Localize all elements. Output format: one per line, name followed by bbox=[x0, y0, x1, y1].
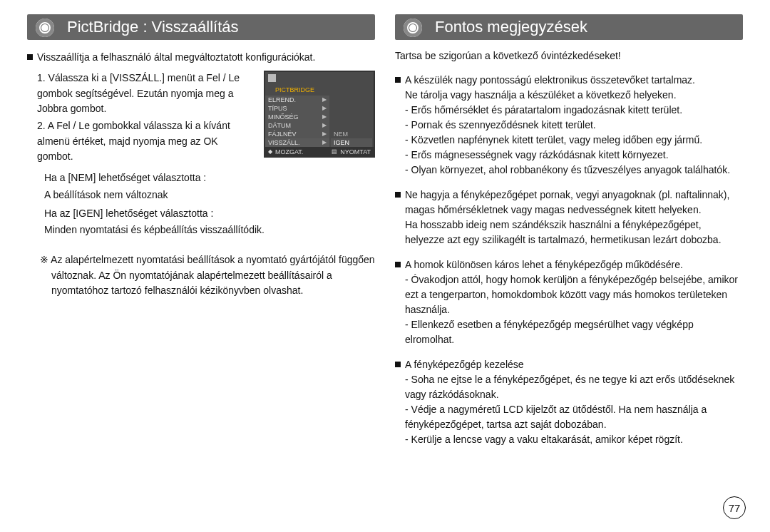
note-sub-item: - Védje a nagyméretű LCD kijelzőt az ütő… bbox=[405, 402, 743, 432]
lcd-row-2: TÍPUS▶ bbox=[265, 104, 329, 113]
lcd-header: PICTBRIDGE bbox=[272, 86, 337, 94]
note-continuation: Ha hosszabb ideig nem szándékszik haszná… bbox=[405, 218, 743, 247]
note-sub-item: - Óvakodjon attól, hogy homok kerüljön a… bbox=[405, 272, 743, 317]
section-header-right: Fontos megjegyzések bbox=[395, 14, 743, 40]
note-lead: A fényképezőgép kezelése bbox=[405, 357, 743, 372]
print-icon: ▤ bbox=[332, 148, 337, 155]
left-column: PictBridge : Visszaállítás Visszaállítja… bbox=[27, 14, 375, 457]
note-sub-item: - Kerülje a lencse vagy a vaku eltakarás… bbox=[405, 432, 743, 447]
section-header-left: PictBridge : Visszaállítás bbox=[27, 14, 375, 40]
note-lead: A homok különösen káros lehet a fényképe… bbox=[405, 257, 743, 272]
lcd-option-igen: IGEN bbox=[331, 138, 372, 147]
menu-arrow-icon: ▶ bbox=[322, 138, 327, 147]
cond-yes-2: Minden nyomtatási és képbeállítás vissza… bbox=[27, 222, 375, 238]
lcd-row-4: DÁTUM▶ bbox=[265, 121, 329, 130]
page-number: 77 bbox=[723, 496, 746, 519]
note-lead: A készülék nagy pontosságú elektronikus … bbox=[405, 73, 730, 88]
note-continuation: Ne tárolja vagy használja a készüléket a… bbox=[405, 88, 730, 103]
menu-arrow-icon: ▶ bbox=[322, 130, 327, 138]
lcd-row-5: FÁJLNÉV▶ bbox=[265, 130, 329, 138]
square-bullet-icon bbox=[395, 77, 401, 83]
left-intro-text: Visszaállítja a felhasználó által megvál… bbox=[37, 50, 315, 65]
note-block: A homok különösen káros lehet a fényképe… bbox=[395, 257, 743, 347]
ring-icon bbox=[404, 19, 422, 37]
cond-no-1: Ha a [NEM] lehetőséget választotta : bbox=[27, 170, 375, 186]
note-lead: Ne hagyja a fényképezőgépet pornak, vegy… bbox=[405, 188, 743, 218]
left-intro-row: Visszaállítja a felhasználó által megvál… bbox=[27, 50, 375, 65]
note-sub-item: - Közvetlen napfénynek kitett terület, v… bbox=[405, 133, 730, 148]
step-1: 1. Válassza ki a [VISSZÁLL.] menüt a Fel… bbox=[37, 71, 254, 117]
note-sub-item: - Soha ne ejtse le a fényképezőgépet, és… bbox=[405, 372, 743, 402]
right-column: Fontos megjegyzések Tartsa be szigorúan … bbox=[395, 14, 743, 457]
square-bullet-icon bbox=[395, 262, 401, 267]
square-bullet-icon bbox=[395, 192, 401, 198]
note-sub-item: - Erős hőmérséklet és páratartalom ingad… bbox=[405, 103, 730, 118]
menu-arrow-icon: ▶ bbox=[322, 113, 327, 121]
menu-arrow-icon: ▶ bbox=[322, 121, 327, 130]
ring-icon bbox=[36, 19, 54, 37]
note-block: A készülék nagy pontosságú elektronikus … bbox=[395, 73, 743, 178]
header-right-text: Fontos megjegyzések bbox=[435, 18, 587, 36]
lcd-row-3: MINŐSÉG▶ bbox=[265, 113, 329, 121]
right-intro: Tartsa be szigorúan a következő óvintézk… bbox=[395, 50, 743, 61]
lcd-row-1: ELREND.▶ bbox=[265, 96, 329, 104]
left-steps: 1. Válassza ki a [VISSZÁLL.] menüt a Fel… bbox=[37, 71, 254, 166]
lcd-option-nem: NEM bbox=[331, 130, 372, 138]
lcd-row-6: VISSZÁLL.▶ bbox=[265, 138, 329, 147]
left-footnote: ※ Az alapértelmezett nyomtatási beállítá… bbox=[27, 252, 375, 299]
menu-arrow-icon: ▶ bbox=[322, 104, 327, 113]
cond-no-2: A beállítások nem változnak bbox=[27, 188, 375, 203]
note-sub-item: - Ellenkező esetben a fényképezőgép megs… bbox=[405, 317, 743, 347]
lcd-bottom-bar: ◆MOZGAT. ▤NYOMTAT bbox=[265, 147, 374, 156]
note-sub-item: - Erős mágnesességnek vagy rázkódásnak k… bbox=[405, 148, 730, 163]
step-2: 2. A Fel / Le gombokkal válassza ki a kí… bbox=[37, 118, 254, 165]
menu-arrow-icon: ▶ bbox=[322, 96, 327, 104]
header-left-text: PictBridge : Visszaállítás bbox=[67, 18, 238, 36]
square-bullet-icon bbox=[27, 54, 33, 60]
note-block: A fényképezőgép kezelése- Soha ne ejtse … bbox=[395, 357, 743, 447]
note-sub-item: - Olyan környezet, ahol robbanékony és t… bbox=[405, 163, 730, 178]
printer-icon bbox=[268, 74, 276, 82]
camera-lcd-menu: PICTBRIDGE ELREND.▶ TÍPUS▶ MINŐSÉG▶ DÁTU… bbox=[264, 71, 375, 158]
nav-icon: ◆ bbox=[268, 148, 272, 155]
cond-yes-1: Ha az [IGEN] lehetőséget választotta : bbox=[27, 206, 375, 222]
note-sub-item: - Pornak és szennyeződésnek kitett terül… bbox=[405, 118, 730, 133]
note-block: Ne hagyja a fényképezőgépet pornak, vegy… bbox=[395, 188, 743, 247]
square-bullet-icon bbox=[395, 362, 401, 367]
